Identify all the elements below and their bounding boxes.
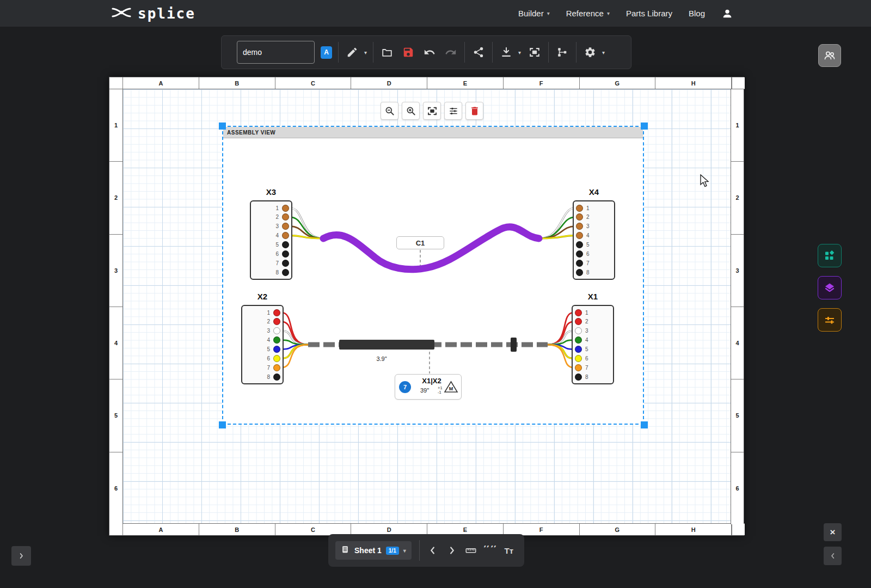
connector-X4[interactable]: 12345678 [573, 200, 615, 280]
quotes-button[interactable]: ”” [482, 542, 498, 559]
pin-row: 8 [574, 269, 614, 276]
text-format-button[interactable]: Tᴛ [501, 542, 517, 559]
pin-number: 7 [586, 260, 590, 266]
ruler-column-F: F [504, 77, 580, 89]
settings-button[interactable] [582, 45, 598, 60]
selection-handle-ne[interactable] [641, 122, 648, 130]
ruler-button[interactable] [463, 542, 479, 559]
pin-number: 8 [267, 374, 270, 380]
sheet-selector[interactable]: Sheet 1 1/1 ▾ [335, 541, 412, 560]
pin-number: 1 [275, 205, 279, 211]
brand-name: splice [138, 5, 195, 22]
sheet-name: Sheet 1 [354, 546, 382, 555]
pin-row: 1 [573, 309, 613, 316]
redo-button[interactable] [443, 45, 458, 60]
ruler-column-B: B [199, 524, 275, 535]
autosave-badge[interactable]: A [321, 46, 332, 59]
share-button[interactable] [471, 45, 486, 60]
adjust-button[interactable] [444, 102, 462, 120]
toolbar-divider [338, 42, 339, 63]
ruler-column-E: E [427, 77, 504, 89]
pin-row: 8 [573, 373, 613, 381]
selection-toolbar [381, 102, 483, 120]
trash-button[interactable] [465, 102, 483, 120]
nav-item-blog[interactable]: Blog [689, 9, 705, 18]
nav-item-parts-library[interactable]: Parts Library [626, 9, 672, 18]
zoom-in-button[interactable] [402, 102, 420, 120]
pin-cavity [576, 250, 583, 258]
ruler-row-5: 5 [109, 379, 122, 452]
pin-cavity [273, 336, 280, 344]
ruler-row-4: 4 [109, 307, 122, 379]
pin-cavity [575, 336, 582, 344]
ruler-column-D: D [351, 77, 427, 89]
hierarchy-button[interactable] [555, 45, 570, 60]
connector-X2[interactable]: 12345678 [241, 305, 284, 384]
pin-cavity [282, 232, 289, 239]
connector-X1[interactable]: 12345678 [572, 305, 614, 384]
pin-cavity [576, 213, 583, 220]
fit-view-button[interactable] [423, 102, 441, 120]
ruler-column-G: G [580, 524, 656, 535]
connector-X3[interactable]: 12345678 [250, 200, 292, 280]
measurement-label[interactable]: 7 X1|X2 39" +1 -1 M [395, 374, 462, 400]
nav-item-builder[interactable]: Builder▾ [518, 9, 550, 18]
pin-cavity [282, 223, 289, 230]
download-button[interactable] [499, 45, 514, 60]
ruler-bottom: ABCDEFGH [109, 523, 745, 535]
expand-panel-button[interactable] [11, 546, 31, 566]
top-navbar: splice Builder▾Reference▾Parts LibraryBl… [0, 0, 871, 27]
people-button[interactable] [818, 44, 841, 67]
fit-screen-button[interactable] [527, 45, 542, 60]
nav-item-label: Builder [518, 9, 544, 18]
pin-cavity [575, 373, 582, 381]
selection-handle-nw[interactable] [219, 122, 226, 130]
selection-handle-se[interactable] [641, 421, 648, 428]
pin-number: 2 [585, 318, 588, 324]
ruler-row-1: 1 [109, 89, 122, 162]
sheet-icon [341, 545, 350, 556]
save-button[interactable] [401, 45, 416, 60]
pin-cavity [576, 205, 583, 212]
pin-cavity [575, 364, 582, 371]
pin-number: 6 [267, 356, 270, 362]
ruler-column-H: H [655, 524, 732, 535]
connector-label-X1: X1 [572, 292, 614, 301]
pin-number: 3 [586, 223, 590, 229]
undo-button[interactable] [422, 45, 437, 60]
selection-handle-sw[interactable] [219, 421, 226, 428]
folder-open-button[interactable] [379, 45, 395, 60]
pin-cavity [273, 373, 280, 381]
zoom-out-button[interactable] [381, 102, 398, 120]
tune-button[interactable] [818, 308, 842, 332]
pin-number: 5 [275, 242, 279, 248]
close-button[interactable]: × [824, 523, 842, 541]
sheet-navigation-bar: Sheet 1 1/1 ▾ ””Tᴛ [328, 534, 524, 567]
pin-number: 3 [267, 328, 270, 334]
pin-number: 5 [585, 346, 588, 352]
brand-logo[interactable]: splice [112, 0, 195, 27]
edit-button[interactable] [345, 45, 360, 60]
pin-row: 6 [251, 250, 291, 258]
chevron-left-button[interactable] [425, 542, 441, 559]
layers-button[interactable] [818, 276, 842, 299]
chevron-down-icon: ▾ [602, 50, 605, 56]
connector-label-X2: X2 [241, 292, 284, 301]
nav-item-label: Blog [689, 9, 705, 18]
pin-row: 7 [574, 260, 614, 267]
pin-cavity [282, 213, 289, 220]
pin-cavity [576, 223, 583, 230]
pin-cavity [273, 318, 280, 325]
filename-input[interactable] [237, 41, 315, 64]
assembly-view-title: ASSEMBLY VIEW [223, 127, 643, 138]
account-button[interactable] [721, 8, 733, 20]
blocks-button[interactable] [818, 244, 842, 267]
pin-row: 1 [251, 205, 291, 212]
cable-label-c1[interactable]: C1 [396, 236, 444, 249]
nav-item-reference[interactable]: Reference▾ [566, 9, 610, 18]
toolbar-buttons: ▾▾▾ [338, 42, 605, 63]
pin-row: 1 [242, 309, 283, 316]
collapse-panel-button[interactable] [824, 547, 842, 565]
chevron-right-button[interactable] [444, 542, 460, 559]
splice-logo-icon [112, 7, 131, 21]
